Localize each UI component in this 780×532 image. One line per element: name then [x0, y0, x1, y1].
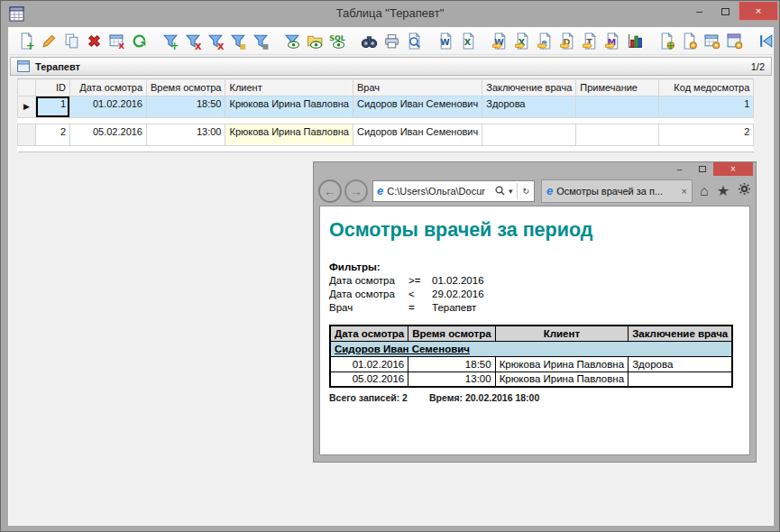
address-dropdown-icon[interactable]: ▾: [509, 187, 513, 196]
table-row[interactable]: 205.02.201613:00Крюкова Ирина ПавловнаСи…: [18, 124, 754, 146]
svg-text:+: +: [26, 40, 35, 50]
print-icon[interactable]: [383, 32, 400, 50]
filter-open-icon[interactable]: ▪: [230, 32, 247, 50]
table-row[interactable]: ▶101.02.201618:50Крюкова Ирина ПавловнаС…: [18, 96, 754, 118]
grid-corner: [18, 79, 36, 96]
find-icon[interactable]: [361, 32, 378, 50]
filter-delete-icon[interactable]: x: [185, 32, 202, 50]
report-column-header: Заключение врача: [629, 326, 733, 341]
refresh-icon[interactable]: [131, 32, 148, 50]
copy-record-icon[interactable]: [63, 32, 80, 50]
preview-icon[interactable]: [406, 32, 423, 50]
favorites-star-icon[interactable]: ★: [717, 184, 730, 198]
filter-add-icon[interactable]: +: [162, 32, 179, 50]
grid-column-header[interactable]: Клиент: [225, 79, 353, 96]
grid-cell[interactable]: Сидоров Иван Семенович: [353, 124, 482, 146]
ie-navigation-bar: ← → e C:\Users\Ольга\Docur ▾ ↻ e Осмотры…: [318, 178, 751, 204]
grid-cell[interactable]: Здорова: [482, 96, 576, 118]
open-word-icon[interactable]: W: [437, 32, 454, 50]
ie-maximize-button[interactable]: [691, 162, 713, 176]
report-footer: Всего записей: 2 Время: 20.02.2016 18:00: [329, 392, 749, 403]
new-record-settings-icon[interactable]: +: [658, 32, 675, 50]
close-button[interactable]: ×: [739, 2, 778, 21]
minimize-button[interactable]: –: [686, 2, 712, 21]
grid-column-header[interactable]: Время осмотра: [147, 79, 225, 96]
export-txt-icon[interactable]: T: [582, 32, 599, 50]
row-selector[interactable]: ▶: [18, 96, 36, 118]
grid-column-header[interactable]: Врач: [353, 79, 482, 96]
grid-cell[interactable]: Крюкова Ирина Павловна: [225, 96, 353, 118]
grid-cell[interactable]: 2: [659, 124, 754, 146]
delete-record-icon[interactable]: [86, 32, 103, 50]
address-text[interactable]: C:\Users\Ольга\Docur: [387, 186, 493, 197]
export-word-icon[interactable]: W: [491, 32, 509, 50]
browser-tab[interactable]: e Осмотры врачей за п... ×: [541, 179, 693, 203]
grid-column-header[interactable]: ID: [36, 79, 70, 96]
home-icon[interactable]: ⌂: [700, 184, 709, 198]
add-record-icon[interactable]: +: [18, 32, 35, 50]
settings-gear-icon[interactable]: [738, 182, 751, 199]
export-html-icon[interactable]: e: [537, 32, 554, 50]
tab-close-icon[interactable]: ×: [682, 186, 687, 197]
grid-column-header[interactable]: Дата осмотра: [70, 79, 147, 96]
tab-ie-icon: e: [546, 184, 553, 197]
clear-table-icon[interactable]: x: [108, 32, 125, 50]
grid-cell[interactable]: [576, 124, 659, 146]
ie-close-button[interactable]: ×: [713, 162, 753, 176]
table-settings-icon[interactable]: [703, 32, 720, 50]
sql-view-icon[interactable]: SQL: [329, 32, 346, 50]
address-separator: [517, 183, 518, 199]
table-panel-header: Терапевт 1/2: [10, 57, 772, 76]
edit-record-icon[interactable]: [41, 32, 58, 50]
grid-cell[interactable]: 01.02.2016: [70, 96, 147, 118]
ie-window: – × ← → e C:\Users\Ольга\Docur ▾ ↻: [313, 161, 757, 463]
grid-cell[interactable]: [576, 96, 659, 118]
grid-column-header[interactable]: Заключение врача: [482, 79, 576, 96]
record-settings-icon[interactable]: [681, 32, 698, 50]
svg-text:X: X: [464, 37, 472, 47]
report-column-header: Время осмотра: [408, 326, 495, 341]
maximize-button[interactable]: [712, 2, 739, 21]
grid-column-header[interactable]: Код медосмотра: [659, 79, 754, 96]
ie-minimize-button[interactable]: –: [668, 162, 691, 176]
row-selector[interactable]: [18, 124, 36, 146]
report-column-header: Клиент: [495, 326, 628, 341]
grid-cell[interactable]: 2: [36, 124, 70, 146]
tab-title[interactable]: Осмотры врачей за п...: [556, 186, 677, 197]
grid-cell[interactable]: 13:00: [147, 124, 225, 146]
search-icon[interactable]: [495, 186, 505, 196]
forward-button[interactable]: →: [344, 179, 368, 203]
refresh-page-icon[interactable]: ↻: [522, 187, 529, 196]
folders-view-icon[interactable]: [307, 32, 324, 50]
filter-clear-icon[interactable]: x: [207, 32, 225, 50]
window-title: Таблица "Терапевт": [1, 6, 779, 20]
nav-first-icon[interactable]: [757, 32, 775, 50]
report-page: Осмотры врачей за период Фильтры: Дата о…: [319, 206, 750, 455]
open-excel-icon[interactable]: X: [460, 32, 477, 50]
back-button[interactable]: ←: [318, 179, 342, 203]
export-dbf-icon[interactable]: D: [559, 32, 576, 50]
grid-cell[interactable]: Крюкова Ирина Павловна: [225, 124, 353, 146]
svg-text:W: W: [440, 37, 450, 47]
data-grid[interactable]: IDДата осмотраВремя осмотраКлиентВрачЗак…: [17, 78, 754, 152]
chart-icon[interactable]: [627, 32, 644, 50]
report-time: Время: 20.02.2016 18:00: [429, 392, 539, 403]
address-bar[interactable]: e C:\Users\Ольга\Docur ▾ ↻: [372, 180, 535, 202]
filter-view-icon[interactable]: [284, 32, 301, 50]
records-count: Всего записей: 2: [329, 392, 408, 403]
grid-cell[interactable]: 1: [36, 96, 70, 118]
grid-cell[interactable]: [482, 124, 576, 146]
export-xml-icon[interactable]: M: [604, 32, 621, 50]
report-row: 05.02.201613:00Крюкова Ирина Павловна: [330, 371, 732, 387]
grid-cell[interactable]: 1: [659, 96, 754, 118]
form-settings-icon[interactable]: [726, 32, 743, 50]
grid-cell[interactable]: Сидоров Иван Семенович: [353, 96, 482, 118]
record-pager: 1/2: [751, 61, 765, 72]
export-excel-icon[interactable]: X: [514, 32, 531, 50]
grid-cell[interactable]: 18:50: [147, 96, 225, 118]
svg-text:SQL: SQL: [329, 34, 344, 42]
grid-cell[interactable]: 05.02.2016: [70, 124, 147, 146]
svg-text:x: x: [195, 40, 202, 50]
grid-column-header[interactable]: Примечание: [576, 79, 659, 96]
filter-save-icon[interactable]: ▪: [252, 32, 270, 50]
